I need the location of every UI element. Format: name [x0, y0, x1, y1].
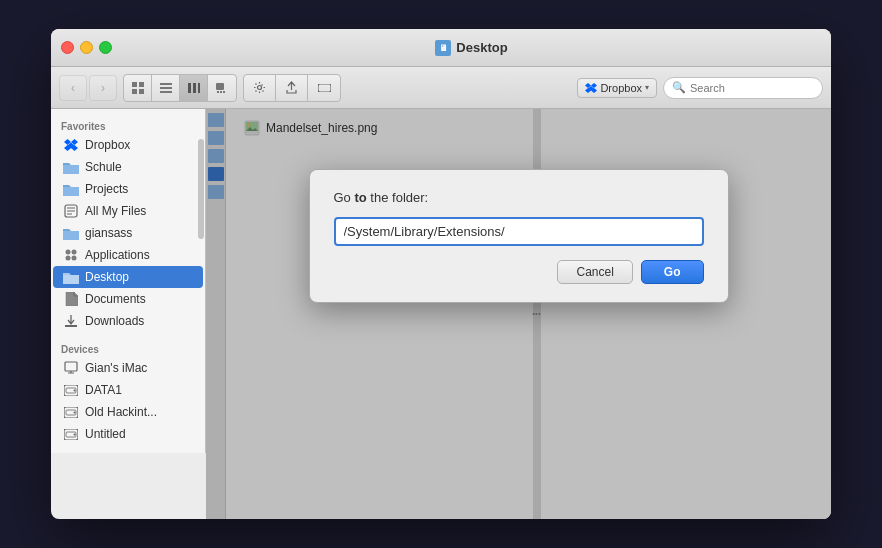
- search-icon: 🔍: [672, 81, 686, 94]
- hdd-icon: [63, 426, 79, 442]
- modal-overlay: Go to the folder: Cancel Go: [206, 109, 831, 519]
- svg-rect-12: [220, 91, 222, 93]
- folder-icon: [63, 181, 79, 197]
- sidebar-item-old-hackint[interactable]: Old Hackint...: [53, 401, 203, 423]
- sidebar-item-label: giansass: [85, 226, 132, 240]
- svg-rect-8: [193, 83, 196, 93]
- svg-rect-6: [160, 91, 172, 93]
- downloads-icon: [63, 313, 79, 329]
- back-button[interactable]: ‹: [59, 75, 87, 101]
- svg-point-24: [74, 389, 76, 391]
- dropbox-chevron-icon: ▾: [645, 83, 649, 92]
- title-bar: 🖥 Desktop: [51, 29, 831, 67]
- sidebar-item-all-files[interactable]: All My Files: [53, 200, 203, 222]
- cancel-button[interactable]: Cancel: [557, 260, 632, 284]
- svg-rect-10: [216, 83, 224, 90]
- label-button[interactable]: [308, 75, 340, 101]
- folder-icon: [63, 159, 79, 175]
- sidebar-item-label: Untitled: [85, 427, 126, 441]
- svg-rect-9: [198, 83, 200, 93]
- sidebar-item-label: Schule: [85, 160, 122, 174]
- toolbar: ‹ ›: [51, 67, 831, 109]
- close-button[interactable]: [61, 41, 74, 54]
- sidebar-item-data1[interactable]: DATA1: [53, 379, 203, 401]
- view-cover-button[interactable]: [208, 75, 236, 101]
- svg-rect-21: [65, 362, 77, 371]
- svg-rect-15: [318, 84, 331, 92]
- gear-button[interactable]: [244, 75, 276, 101]
- modal-buttons: Cancel Go: [334, 260, 704, 284]
- go-button[interactable]: Go: [641, 260, 704, 284]
- window-title: 🖥 Desktop: [122, 40, 821, 56]
- search-box: 🔍: [663, 77, 823, 99]
- svg-rect-3: [139, 89, 144, 94]
- desktop-folder-icon: [63, 269, 79, 285]
- svg-rect-4: [160, 83, 172, 85]
- hdd-icon: [63, 404, 79, 420]
- svg-point-27: [74, 411, 76, 413]
- view-columns-button[interactable]: [180, 75, 208, 101]
- dropbox-label: Dropbox: [600, 82, 642, 94]
- svg-rect-7: [188, 83, 191, 93]
- sidebar-item-projects[interactable]: Projects: [53, 178, 203, 200]
- sidebar-item-desktop[interactable]: Desktop: [53, 266, 203, 288]
- all-files-icon: [63, 203, 79, 219]
- svg-rect-0: [132, 82, 137, 87]
- content-area: Favorites Dropbox Schule: [51, 109, 831, 519]
- sidebar-container: Favorites Dropbox Schule: [51, 109, 206, 519]
- share-button[interactable]: [276, 75, 308, 101]
- minimize-button[interactable]: [80, 41, 93, 54]
- view-list-button[interactable]: [152, 75, 180, 101]
- imac-icon: [63, 360, 79, 376]
- search-input[interactable]: [690, 82, 814, 94]
- devices-label: Devices: [51, 340, 205, 357]
- forward-button[interactable]: ›: [89, 75, 117, 101]
- sidebar-item-label: Documents: [85, 292, 146, 306]
- traffic-lights: [61, 41, 112, 54]
- sidebar-item-label: Gian's iMac: [85, 361, 147, 375]
- sidebar-item-label: Dropbox: [85, 138, 130, 152]
- svg-point-17: [66, 250, 71, 255]
- sidebar-item-documents[interactable]: Documents: [53, 288, 203, 310]
- sidebar-scrollbar[interactable]: [198, 139, 204, 239]
- sidebar-item-applications[interactable]: Applications: [53, 244, 203, 266]
- go-to-folder-dialog: Go to the folder: Cancel Go: [309, 169, 729, 303]
- sidebar-item-label: Downloads: [85, 314, 144, 328]
- maximize-button[interactable]: [99, 41, 112, 54]
- documents-icon: [63, 291, 79, 307]
- dropbox-icon: [63, 137, 79, 153]
- applications-icon: [63, 247, 79, 263]
- favorites-label: Favorites: [51, 117, 205, 134]
- hdd-icon: [63, 382, 79, 398]
- sidebar-item-label: Desktop: [85, 270, 129, 284]
- svg-rect-5: [160, 87, 172, 89]
- svg-point-14: [258, 86, 262, 90]
- folder-icon: [63, 225, 79, 241]
- finder-window: 🖥 Desktop ‹ ›: [51, 29, 831, 519]
- modal-title: Go to the folder:: [334, 190, 704, 205]
- folder-path-input[interactable]: [334, 217, 704, 246]
- sidebar-item-dropbox[interactable]: Dropbox: [53, 134, 203, 156]
- svg-rect-2: [132, 89, 137, 94]
- sidebar-item-untitled[interactable]: Untitled: [53, 423, 203, 445]
- sidebar-item-giansass[interactable]: giansass: [53, 222, 203, 244]
- sidebar-item-imac[interactable]: Gian's iMac: [53, 357, 203, 379]
- svg-rect-1: [139, 82, 144, 87]
- sidebar-item-schule[interactable]: Schule: [53, 156, 203, 178]
- sidebar-item-label: Applications: [85, 248, 150, 262]
- sidebar-item-downloads[interactable]: Downloads: [53, 310, 203, 332]
- view-icon-button[interactable]: [124, 75, 152, 101]
- svg-point-18: [72, 250, 77, 255]
- sidebar: Favorites Dropbox Schule: [51, 109, 206, 453]
- desktop-icon: 🖥: [435, 40, 451, 56]
- nav-buttons: ‹ ›: [59, 75, 117, 101]
- dropbox-button[interactable]: Dropbox ▾: [577, 78, 657, 98]
- main-file-area: Mandelset_hires.png ••• Go to the folder…: [206, 109, 831, 519]
- sidebar-item-label: All My Files: [85, 204, 146, 218]
- action-buttons: [243, 74, 341, 102]
- svg-point-30: [74, 433, 76, 435]
- svg-rect-13: [223, 91, 225, 93]
- sidebar-item-label: DATA1: [85, 383, 122, 397]
- svg-rect-11: [217, 91, 219, 93]
- sidebar-item-label: Old Hackint...: [85, 405, 157, 419]
